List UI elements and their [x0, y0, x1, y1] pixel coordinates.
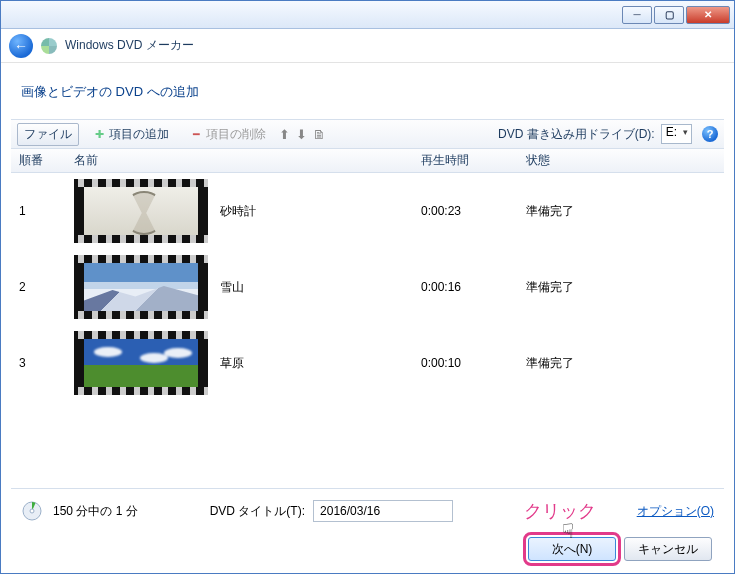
table-header: 順番 名前 再生時間 状態 [11, 149, 724, 173]
cell-order: 1 [11, 204, 66, 218]
table-row[interactable]: 3 草原 0:00:10 準備完了 [11, 325, 724, 401]
toolbar: ファイル ✚ 項目の追加 ━ 項目の削除 ⬆ ⬇ 🗎 DVD 書き込み用ドライブ… [11, 119, 724, 149]
move-up-icon[interactable]: ⬆ [279, 127, 290, 142]
col-duration[interactable]: 再生時間 [421, 152, 526, 169]
move-down-icon[interactable]: ⬇ [296, 127, 307, 142]
maximize-button[interactable]: ▢ [654, 6, 684, 24]
file-menu-button[interactable]: ファイル [17, 123, 79, 146]
cell-duration: 0:00:23 [421, 204, 526, 218]
filmstrip-thumb [74, 179, 208, 243]
progress-text: 150 分中の 1 分 [53, 503, 138, 520]
button-bar: クリック ☟ 次へ(N) キャンセル [11, 533, 724, 573]
header: ← Windows DVD メーカー [1, 29, 734, 63]
add-items-label: 項目の追加 [109, 126, 169, 143]
remove-items-label: 項目の削除 [206, 126, 266, 143]
cell-order: 3 [11, 356, 66, 370]
col-status[interactable]: 状態 [526, 152, 724, 169]
thumbnail-image [84, 187, 198, 235]
drive-select[interactable]: E: [661, 124, 692, 144]
col-name[interactable]: 名前 [66, 152, 421, 169]
thumbnail-image [84, 339, 198, 387]
titlebar: ─ ▢ ✕ [1, 1, 734, 29]
col-order[interactable]: 順番 [11, 152, 66, 169]
minus-icon: ━ [189, 127, 203, 141]
back-button[interactable]: ← [9, 34, 33, 58]
footer: 150 分中の 1 分 DVD タイトル(T): オプション(O) [11, 488, 724, 533]
filmstrip-thumb [74, 255, 208, 319]
document-icon[interactable]: 🗎 [313, 127, 326, 142]
table-row[interactable]: 1 砂時計 0:00:23 準備完了 [11, 173, 724, 249]
arrow-left-icon: ← [14, 38, 28, 54]
remove-items-button: ━ 項目の削除 [182, 123, 273, 146]
table-row[interactable]: 2 雪山 0:00:16 準備完了 [11, 249, 724, 325]
content: 画像とビデオの DVD への追加 ファイル ✚ 項目の追加 ━ 項目の削除 ⬆ … [1, 63, 734, 573]
minimize-button[interactable]: ─ [622, 6, 652, 24]
app-title: Windows DVD メーカー [65, 37, 194, 54]
options-link[interactable]: オプション(O) [637, 503, 714, 520]
item-name: 砂時計 [220, 203, 256, 220]
cell-status: 準備完了 [526, 203, 724, 220]
next-button[interactable]: 次へ(N) [528, 537, 616, 561]
item-name: 草原 [220, 355, 244, 372]
svg-point-1 [30, 509, 34, 513]
app-icon [41, 38, 57, 54]
cell-status: 準備完了 [526, 279, 724, 296]
cancel-button[interactable]: キャンセル [624, 537, 712, 561]
plus-icon: ✚ [92, 127, 106, 141]
cell-name: 雪山 [66, 255, 421, 319]
help-icon[interactable]: ? [702, 126, 718, 142]
drive-label: DVD 書き込み用ドライブ(D): [498, 126, 655, 143]
add-items-button[interactable]: ✚ 項目の追加 [85, 123, 176, 146]
cell-status: 準備完了 [526, 355, 724, 372]
cell-duration: 0:00:10 [421, 356, 526, 370]
app-window: ─ ▢ ✕ ← Windows DVD メーカー 画像とビデオの DVD への追… [0, 0, 735, 574]
cell-duration: 0:00:16 [421, 280, 526, 294]
disc-gauge-icon [21, 500, 43, 522]
item-name: 雪山 [220, 279, 244, 296]
dvd-title-input[interactable] [313, 500, 453, 522]
table-body: 1 砂時計 0:00:23 準備完了 2 雪山 0:00:16 準備完了 3 草… [11, 173, 724, 488]
cell-name: 砂時計 [66, 179, 421, 243]
close-button[interactable]: ✕ [686, 6, 730, 24]
cell-order: 2 [11, 280, 66, 294]
filmstrip-thumb [74, 331, 208, 395]
page-heading: 画像とビデオの DVD への追加 [11, 71, 724, 119]
thumbnail-image [84, 263, 198, 311]
dvd-title-label: DVD タイトル(T): [210, 503, 305, 520]
cell-name: 草原 [66, 331, 421, 395]
